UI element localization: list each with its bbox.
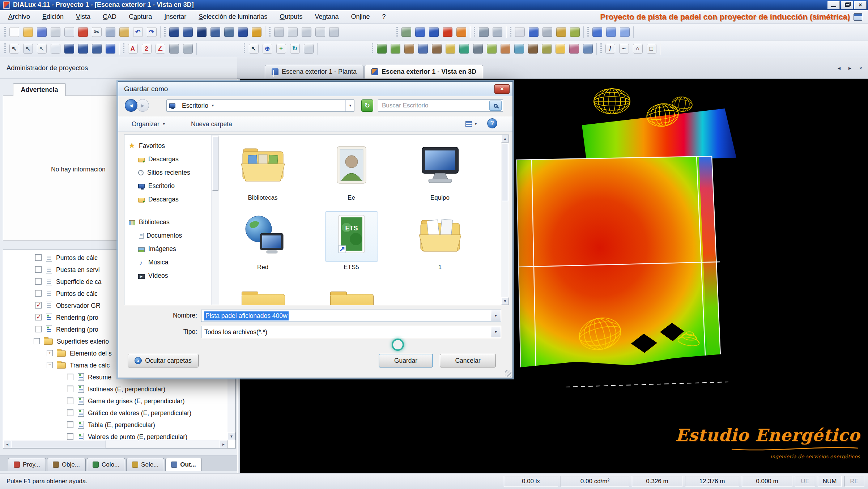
scroll-down-icon[interactable]: ▼	[501, 297, 509, 305]
insert-furniture-button[interactable]	[430, 42, 443, 56]
tree-checkbox[interactable]	[67, 386, 73, 392]
close-button[interactable]: ×	[854, 1, 867, 9]
tree-item-gama-de-grises-e-perpendicular[interactable]: Gama de grises (E, perpendicular)	[3, 395, 227, 407]
print-preview-button[interactable]	[63, 25, 76, 39]
back-button[interactable]: ◄	[125, 99, 137, 112]
tab-escena-planta[interactable]: Escena exterior 1 - Planta	[265, 65, 363, 78]
panel-tab-colo[interactable]: Colo...	[87, 458, 125, 471]
scrollbar-thumb[interactable]	[12, 440, 106, 448]
mdi-child-restore-icon[interactable]	[854, 13, 862, 21]
organize-button[interactable]: Organizar ▼	[128, 119, 170, 129]
file-tile-ets5[interactable]: ETS ETS5	[311, 212, 392, 271]
help-button[interactable]: ?	[487, 118, 497, 128]
file-name-input[interactable]: Pista padel aficionados 400w ▼	[201, 310, 501, 322]
dialog-close-button[interactable]: ×	[494, 84, 510, 94]
output-table-button[interactable]	[527, 25, 540, 39]
hide-folders-button[interactable]: ▲ Ocultar carpetas	[128, 354, 199, 367]
undo-button[interactable]: ↶	[131, 25, 144, 39]
wizard-button[interactable]	[400, 25, 413, 39]
find-luminaire-button[interactable]	[554, 25, 567, 39]
insert-fence-button[interactable]	[471, 42, 484, 56]
tree-horizontal-scrollbar[interactable]: ◄ ►	[3, 440, 227, 448]
tree-checkbox[interactable]	[35, 266, 42, 273]
tree-checkbox[interactable]	[67, 374, 73, 380]
tab-advertencia[interactable]: Advertencia	[13, 83, 66, 96]
nav-item-descargas[interactable]: Descargas	[124, 153, 211, 166]
menu-item-archivo[interactable]: Archivo	[2, 10, 36, 24]
chevron-down-icon[interactable]: ▼	[491, 327, 501, 337]
file-type-select[interactable]: Todos los archivos(*.*) ▼	[201, 326, 501, 338]
measure-distance-button[interactable]	[167, 42, 180, 56]
edit-surfaces-button[interactable]	[76, 42, 89, 56]
menu-item-vista[interactable]: Vista	[70, 10, 97, 24]
redo-button[interactable]: ↷	[145, 25, 158, 39]
guide-angle-button[interactable]: ∠	[154, 42, 167, 56]
scrollbar-thumb[interactable]	[212, 136, 218, 191]
guide-number-button[interactable]: 2	[140, 42, 153, 56]
tree-checkbox[interactable]	[35, 326, 42, 332]
insert-extrusion-button[interactable]	[250, 25, 263, 39]
insert-ground-button[interactable]	[485, 42, 498, 56]
draw-circle-button[interactable]: ○	[631, 42, 644, 56]
address-bar[interactable]: Escritorio ▼ ▼	[166, 99, 354, 112]
cancel-button[interactable]: Cancelar	[440, 354, 496, 367]
nav-item-musica[interactable]: Música	[124, 256, 211, 269]
zoom-in-button[interactable]	[300, 25, 313, 39]
insert-column-button[interactable]	[236, 25, 249, 39]
pointer-button[interactable]: ↖	[247, 42, 260, 56]
tab-scroll-right-icon[interactable]: ►	[846, 64, 854, 72]
insert-lamp-button[interactable]	[444, 42, 457, 56]
scroll-down-icon[interactable]: ▼	[227, 432, 235, 440]
print-button[interactable]	[49, 25, 62, 39]
zoom-out-button[interactable]	[314, 25, 327, 39]
file-tile-equipo[interactable]: Equipo	[399, 142, 481, 201]
tree-checkbox[interactable]	[35, 290, 42, 297]
nav-item-imagenes[interactable]: Imágenes	[124, 242, 211, 256]
orbit-view-button[interactable]: ↻	[288, 42, 301, 56]
animation-button[interactable]	[581, 42, 594, 56]
insert-plant-button[interactable]	[389, 42, 402, 56]
insert-vehicle-button[interactable]	[416, 42, 429, 56]
scrollbar-thumb[interactable]	[502, 143, 508, 201]
change-view-button[interactable]: ▼	[463, 119, 480, 129]
new-folder-button[interactable]: Nueva carpeta	[187, 119, 236, 129]
paste-button[interactable]	[118, 25, 131, 39]
file-tile-bibliotecas[interactable]: Bibliotecas	[222, 142, 303, 201]
camera-path-button[interactable]	[567, 42, 580, 56]
raytracer-button[interactable]	[441, 25, 454, 39]
insert-window-button[interactable]	[195, 25, 208, 39]
move-object-button[interactable]	[90, 42, 103, 56]
copy-button[interactable]	[104, 25, 117, 39]
edit-mode-button[interactable]	[427, 25, 440, 39]
tree-checkbox[interactable]	[35, 278, 42, 285]
panel-tab-out[interactable]: Out...	[165, 458, 201, 471]
insert-room-button[interactable]	[167, 25, 180, 39]
insert-object-button[interactable]	[526, 42, 539, 56]
breadcrumb-chevron-icon[interactable]: ▼	[211, 104, 214, 107]
guide-text-button[interactable]: A	[126, 42, 139, 56]
tree-checkbox[interactable]	[67, 433, 73, 440]
redraw-button[interactable]	[327, 25, 340, 39]
insert-sky-button[interactable]	[512, 42, 526, 56]
scene-options-button[interactable]	[540, 42, 553, 56]
nav-pane-scrollbar[interactable]	[211, 135, 219, 305]
scroll-right-icon[interactable]: ►	[220, 440, 227, 448]
menu-item-help[interactable]: ?	[376, 10, 392, 24]
tree-item-tabla-e-perpendicular[interactable]: Tabla (E, perpendicular)	[3, 419, 227, 431]
nav-group-favoritos[interactable]: Favoritos	[124, 139, 211, 153]
partial-folder-icon[interactable]	[330, 294, 374, 305]
menu-item-captura[interactable]: Captura	[123, 10, 158, 24]
insert-ceiling-button[interactable]	[222, 25, 235, 39]
insert-space-button[interactable]	[181, 25, 194, 39]
file-tile-ee[interactable]: Ee	[311, 142, 392, 201]
file-list-scrollbar[interactable]: ▲ ▼	[501, 135, 509, 305]
pick-luminaire-button[interactable]	[477, 25, 490, 39]
expand-icon[interactable]: +	[47, 350, 53, 356]
tab-scroll-left-icon[interactable]: ◄	[835, 64, 843, 72]
nav-group-bibliotecas[interactable]: Bibliotecas	[124, 216, 211, 229]
grid-view-button[interactable]	[591, 25, 604, 39]
select-furniture-button[interactable]: ↖	[35, 42, 48, 56]
menu-item-cad[interactable]: CAD	[97, 10, 123, 24]
scroll-left-icon[interactable]: ◄	[3, 440, 11, 448]
draw-rect-button[interactable]: □	[645, 42, 658, 56]
